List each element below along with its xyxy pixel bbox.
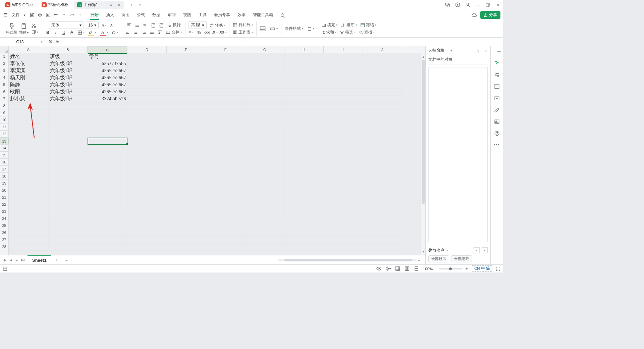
cell[interactable] (284, 145, 324, 152)
vertical-scrollbar[interactable]: ▴ ▾ (421, 53, 425, 255)
cell[interactable]: 杨天刚 (9, 74, 48, 81)
cell[interactable] (206, 208, 245, 215)
cell[interactable] (167, 229, 206, 236)
help-icon[interactable] (494, 131, 500, 136)
cell[interactable] (127, 116, 167, 123)
cell[interactable] (324, 159, 363, 166)
cell[interactable] (167, 109, 206, 116)
cell[interactable] (206, 67, 245, 74)
row-header-24[interactable]: 24 (0, 215, 8, 222)
hide-all-button[interactable]: 全部隐藏 (451, 255, 472, 262)
app-tab-template[interactable]: D 找稻壳模板 (38, 1, 72, 9)
show-all-button[interactable]: 全部显示 (428, 255, 449, 262)
cell[interactable] (127, 123, 167, 131)
cell[interactable] (88, 102, 127, 109)
expand-fx-icon[interactable] (48, 40, 53, 44)
row-header-11[interactable]: 11 (0, 123, 8, 131)
cell[interactable] (9, 159, 48, 166)
sheet-nav-last[interactable]: ⏭ (20, 258, 25, 262)
cell[interactable] (363, 95, 402, 102)
cell[interactable] (245, 208, 284, 215)
cell[interactable] (324, 81, 363, 88)
row-header-23[interactable]: 23 (0, 208, 8, 215)
formula-input[interactable] (62, 38, 503, 46)
cell[interactable] (9, 194, 48, 201)
ime-indicator[interactable]: CH 中 简 (472, 265, 492, 272)
cell[interactable] (245, 67, 284, 74)
cell[interactable] (284, 201, 324, 208)
convert-button[interactable]: 转换▾ (209, 22, 226, 28)
pin-icon[interactable] (476, 49, 480, 53)
undo-icon[interactable] (53, 12, 59, 18)
cell[interactable] (206, 229, 245, 236)
cell[interactable] (88, 243, 127, 250)
cell[interactable] (167, 145, 206, 152)
fx-icon[interactable]: fx (56, 39, 59, 45)
row-header-27[interactable]: 27 (0, 236, 8, 243)
cell[interactable] (88, 131, 127, 138)
cell[interactable] (245, 229, 284, 236)
format-brush-button[interactable]: 格式刷 (6, 22, 17, 35)
cell[interactable] (206, 187, 245, 194)
cell[interactable]: 姓名 (9, 53, 48, 60)
cell[interactable] (363, 109, 402, 116)
cell[interactable] (206, 180, 245, 187)
row-header-22[interactable]: 22 (0, 201, 8, 208)
cell[interactable] (284, 243, 324, 250)
merge-button[interactable]: 合并▾ (165, 30, 182, 35)
cell[interactable] (48, 116, 88, 123)
cell[interactable] (127, 67, 167, 74)
hscroll-right-icon[interactable]: ▸ (418, 258, 420, 262)
close-window-button[interactable]: ✕ (494, 2, 501, 8)
col-header-F[interactable]: F (206, 46, 245, 53)
cell[interactable] (324, 152, 363, 159)
cell[interactable] (88, 229, 127, 236)
cell[interactable] (48, 138, 88, 145)
cell[interactable]: 4265252667 (88, 81, 127, 88)
cell[interactable] (9, 229, 48, 236)
cell[interactable] (48, 194, 88, 201)
cell[interactable] (363, 74, 402, 81)
cell[interactable] (127, 109, 167, 116)
cell[interactable] (167, 95, 206, 102)
row-header-18[interactable]: 18 (0, 173, 8, 180)
cell[interactable] (127, 215, 167, 222)
cell[interactable] (324, 222, 363, 229)
cell[interactable] (9, 215, 48, 222)
cell[interactable] (206, 173, 245, 180)
cell[interactable] (167, 81, 206, 88)
cell[interactable] (245, 131, 284, 138)
print-preview-icon[interactable] (45, 12, 51, 18)
cell[interactable] (48, 215, 88, 222)
find-button[interactable]: 查找▾ (358, 30, 375, 35)
display-settings-icon[interactable]: ▾ (385, 266, 391, 272)
cell[interactable] (9, 102, 48, 109)
cell[interactable] (245, 243, 284, 250)
col-header-E[interactable]: E (167, 46, 206, 53)
cell[interactable] (167, 222, 206, 229)
cell[interactable] (48, 229, 88, 236)
decrease-font-icon[interactable]: A- (109, 22, 115, 28)
cell[interactable] (167, 138, 206, 145)
font-size-select[interactable]: 16▾ (86, 21, 99, 29)
cell[interactable] (206, 116, 245, 123)
eye-icon[interactable] (376, 266, 382, 272)
cell[interactable] (284, 166, 324, 173)
cell[interactable] (284, 152, 324, 159)
cell[interactable] (324, 194, 363, 201)
cell[interactable] (284, 109, 324, 116)
status-mode-icon[interactable] (3, 266, 7, 271)
cell[interactable] (167, 152, 206, 159)
cell[interactable]: 4265252667 (88, 88, 127, 95)
cell[interactable] (9, 187, 48, 194)
ruler-icon[interactable] (494, 107, 500, 113)
cell[interactable] (363, 152, 402, 159)
cell[interactable]: 3324242526 (88, 95, 127, 102)
scroll-down-icon[interactable]: ▾ (421, 249, 425, 254)
cell[interactable] (9, 208, 48, 215)
cell[interactable] (88, 173, 127, 180)
cell[interactable]: 4265252667 (88, 74, 127, 81)
redo-dropdown-icon[interactable]: ▾ (77, 12, 83, 18)
share-button[interactable]: 分享 (480, 11, 500, 19)
scrollbar-thumb[interactable] (422, 60, 425, 204)
